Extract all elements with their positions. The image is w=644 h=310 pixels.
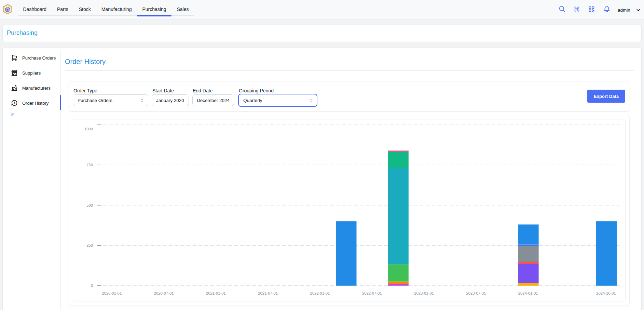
svg-text:2022-01-01: 2022-01-01 [310, 291, 330, 295]
svg-text:2024-10-01: 2024-10-01 [596, 291, 616, 295]
svg-text:500: 500 [86, 203, 93, 207]
svg-text:2020-07-01: 2020-07-01 [154, 291, 174, 295]
svg-text:1000: 1000 [84, 127, 93, 131]
svg-text:2024-01-01: 2024-01-01 [518, 291, 538, 295]
svg-text:2021-01-01: 2021-01-01 [206, 291, 226, 295]
svg-text:2023-07-01: 2023-07-01 [466, 291, 486, 295]
svg-text:2022-07-01: 2022-07-01 [362, 291, 382, 295]
svg-text:2020-01-01: 2020-01-01 [102, 291, 122, 295]
svg-text:2021-07-01: 2021-07-01 [258, 291, 278, 295]
svg-text:0: 0 [91, 284, 93, 288]
svg-text:2023-01-01: 2023-01-01 [414, 291, 434, 295]
svg-text:250: 250 [86, 243, 93, 247]
svg-text:750: 750 [86, 163, 93, 167]
